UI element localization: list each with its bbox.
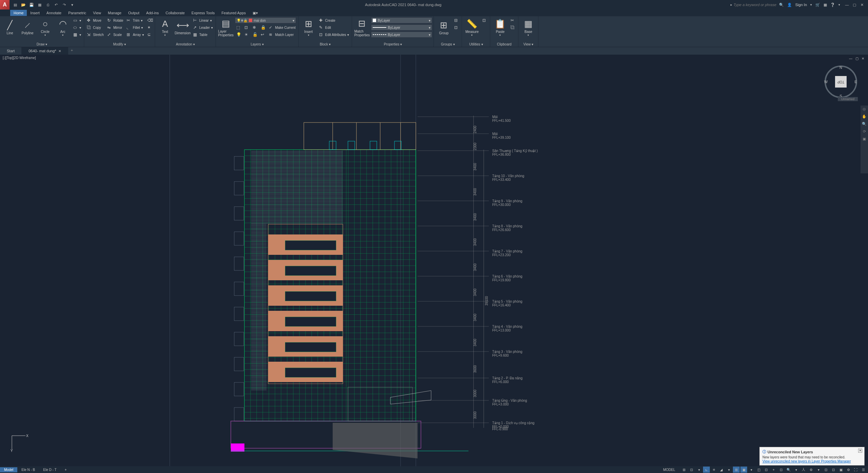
annotation-scale-icon[interactable]: 🔍	[785, 467, 792, 473]
cleanscreen-icon[interactable]: ⛶	[852, 467, 859, 473]
offset-button[interactable]: ⊆	[146, 31, 153, 38]
document-tab[interactable]: 0640- mat dung*✕	[22, 47, 68, 55]
view-panel-title[interactable]: View ▾	[520, 42, 537, 47]
close-button[interactable]: ✕	[858, 2, 865, 8]
qat-saveas-icon[interactable]: ▦	[36, 1, 43, 8]
layer-properties-button[interactable]: ▤Layer Properties	[217, 17, 234, 38]
utility-icon[interactable]: ⊡	[481, 17, 488, 24]
status-model-label[interactable]: MODEL	[660, 467, 678, 472]
erase-button[interactable]: ⌫	[146, 17, 153, 24]
block-panel-title[interactable]: Block ▾	[300, 42, 351, 47]
lockui-icon[interactable]: ⊡	[830, 467, 837, 473]
app-logo-icon[interactable]: A	[0, 0, 10, 10]
nav-pan-icon[interactable]: ✋	[861, 114, 867, 120]
layout-tab-model[interactable]: Model	[0, 467, 17, 472]
nav-showmotion-icon[interactable]: ▣	[861, 137, 867, 143]
modify-panel-title[interactable]: Modify ▾	[86, 42, 153, 47]
menu-tab-home[interactable]: Home	[10, 10, 27, 16]
notification-close-button[interactable]: ✕	[858, 449, 862, 453]
viewcube-label[interactable]: Unnamed	[838, 97, 858, 101]
nav-orbit-icon[interactable]: ⟳	[861, 129, 867, 135]
copy-clip-icon[interactable]: ⿻	[509, 24, 517, 31]
layer-lock-icon[interactable]: 🔒	[259, 24, 267, 31]
properties-panel-title[interactable]: Properties ▾	[353, 42, 432, 47]
polar-toggle-icon[interactable]: ✳	[710, 467, 717, 473]
menu-tab-featured-apps[interactable]: Featured Apps	[218, 10, 249, 16]
quickprops-icon[interactable]: ⊡	[823, 467, 829, 473]
group-button[interactable]: ⊞Group	[435, 17, 452, 38]
menu-tab-collaborate[interactable]: Collaborate	[162, 10, 188, 16]
grid-toggle-icon[interactable]: ⊞	[681, 467, 687, 473]
cut-icon[interactable]: ✂	[509, 17, 517, 24]
edit-block-button[interactable]: ✎Edit	[318, 24, 351, 31]
make-current-button[interactable]: ✓Make Current	[267, 24, 297, 31]
table-button[interactable]: ▦Table	[192, 31, 214, 38]
fillet-button[interactable]: ◟Fillet ▾	[125, 24, 145, 31]
stretch-button[interactable]: ⇲Stretch	[86, 31, 105, 38]
groups-panel-title[interactable]: Groups ▾	[435, 42, 460, 47]
menu-tab-view[interactable]: View	[90, 10, 105, 16]
nav-wheel-icon[interactable]: ◎	[861, 107, 867, 113]
layout-tab-1[interactable]: Ele N - B	[17, 467, 39, 472]
group-edit-icon[interactable]: ⊡	[453, 24, 460, 31]
help-chevron-icon[interactable]: ▾	[838, 3, 840, 6]
transparency-toggle-icon[interactable]: ◫	[755, 467, 762, 473]
layout-tab-2[interactable]: Ele D - T	[39, 467, 60, 472]
menu-tab-insert[interactable]: Insert	[27, 10, 43, 16]
add-tab-button[interactable]: +	[68, 47, 76, 55]
minimize-button[interactable]: —	[844, 2, 850, 8]
ungroup-icon[interactable]: ⊟	[453, 17, 460, 24]
customize-icon[interactable]: ☰	[860, 467, 867, 473]
layer-freeze-icon[interactable]: ❄	[251, 24, 259, 31]
search-icon[interactable]: 🔍	[779, 3, 784, 7]
units-icon[interactable]: ▾	[815, 467, 822, 473]
copy-button[interactable]: ⿻Copy	[86, 24, 105, 31]
layer-off-icon[interactable]: 💡	[235, 31, 242, 38]
start-tab[interactable]: Start	[0, 47, 22, 55]
array-button[interactable]: ⊞Array ▾	[125, 31, 145, 38]
snap-toggle-icon[interactable]: ⊡	[688, 467, 695, 473]
hatch-button[interactable]: ▩▾	[72, 31, 82, 38]
utilities-panel-title[interactable]: Utilities ▾	[463, 42, 488, 47]
qat-save-icon[interactable]: 💾	[28, 1, 35, 8]
layer-unlock-icon[interactable]: 🔓	[251, 31, 259, 38]
osnap-toggle-icon[interactable]: ▾	[725, 467, 732, 473]
match-layer-button[interactable]: ≋Match Layer	[267, 31, 295, 38]
color-dropdown[interactable]: ByLayer▾	[371, 17, 432, 24]
add-layout-tab[interactable]: +	[61, 467, 71, 472]
drawing-area[interactable]: [-][Top][2D Wireframe] — ▢ ✕	[0, 55, 868, 466]
lineweight-toggle-icon[interactable]: ▾	[748, 467, 755, 473]
leader-button[interactable]: ↗Leader ▾	[192, 24, 214, 31]
notification-link[interactable]: View unreconciled new layers in Layer Pr…	[762, 459, 851, 463]
keyword-search-input[interactable]	[734, 3, 778, 7]
infer-toggle-icon[interactable]: ▾	[696, 467, 702, 473]
menu-tab-parametric[interactable]: Parametric	[65, 10, 90, 16]
isodraft-toggle-icon[interactable]: ◢	[718, 467, 725, 473]
3dosnap-toggle-icon[interactable]: +	[770, 467, 777, 473]
ortho-toggle-icon[interactable]: ⊾	[703, 467, 710, 473]
qat-undo-icon[interactable]: ↶	[52, 1, 60, 8]
nav-zoom-icon[interactable]: 🔍	[861, 122, 867, 128]
qat-open-icon[interactable]: 📂	[20, 1, 27, 8]
match-properties-button[interactable]: ⊟Match Properties	[353, 17, 370, 38]
ellipse-button[interactable]: ⬭▾	[72, 24, 82, 31]
account-icon[interactable]: 👤	[787, 3, 792, 7]
workspace-icon[interactable]: 人	[800, 467, 807, 473]
chevron-down-icon[interactable]: ▾	[810, 3, 812, 6]
insert-button[interactable]: ⊞Insert▾	[300, 17, 317, 38]
text-button[interactable]: AText▾	[156, 17, 173, 38]
qat-dropdown-icon[interactable]: ▾	[69, 1, 76, 8]
scale-button[interactable]: ⤢Scale	[106, 31, 125, 38]
polyline-button[interactable]: ⟋Polyline	[19, 17, 36, 38]
menu-tab-annotate[interactable]: Annotate	[43, 10, 65, 16]
app-store-icon[interactable]: 🛒	[815, 3, 820, 7]
draw-panel-title[interactable]: Draw ▾	[1, 42, 82, 47]
lineweight-dropdown[interactable]: ByLayer▾	[371, 24, 432, 31]
qat-redo-icon[interactable]: ↷	[60, 1, 68, 8]
menu-tab-express-tools[interactable]: Express Tools	[188, 10, 218, 16]
paste-button[interactable]: 📋Paste▾	[492, 17, 509, 38]
maximize-button[interactable]: ▢	[851, 2, 858, 8]
annotation-monitor-icon[interactable]: ▾	[793, 467, 799, 473]
qat-new-icon[interactable]: ▤	[12, 1, 19, 8]
create-block-button[interactable]: ✚Create	[318, 17, 351, 24]
